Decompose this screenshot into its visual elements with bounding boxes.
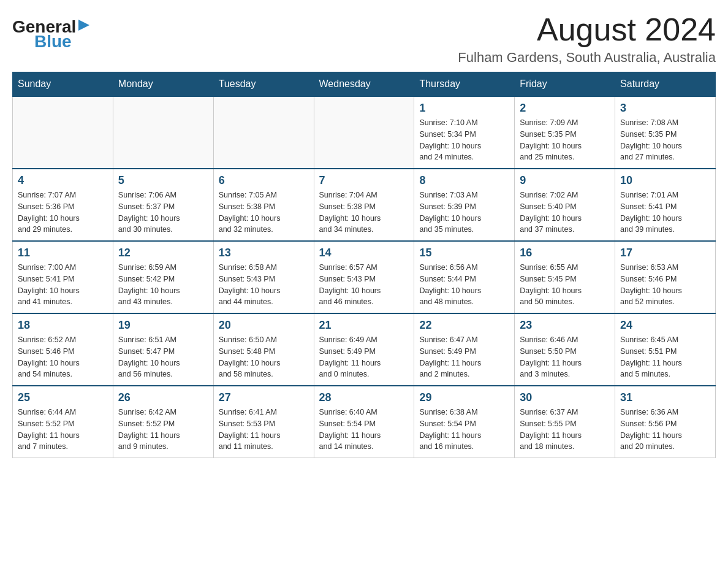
day-number: 16 bbox=[520, 247, 610, 259]
calendar-cell: 20Sunrise: 6:50 AM Sunset: 5:48 PM Dayli… bbox=[213, 313, 314, 386]
calendar-cell: 23Sunrise: 6:46 AM Sunset: 5:50 PM Dayli… bbox=[515, 313, 615, 386]
calendar-cell bbox=[113, 96, 213, 169]
day-info: Sunrise: 6:45 AM Sunset: 5:51 PM Dayligh… bbox=[620, 334, 710, 380]
day-info: Sunrise: 6:36 AM Sunset: 5:56 PM Dayligh… bbox=[620, 407, 710, 453]
calendar-header-row: SundayMondayTuesdayWednesdayThursdayFrid… bbox=[13, 72, 716, 97]
day-info: Sunrise: 6:44 AM Sunset: 5:52 PM Dayligh… bbox=[18, 407, 108, 453]
calendar-cell: 1Sunrise: 7:10 AM Sunset: 5:34 PM Daylig… bbox=[414, 96, 515, 169]
day-number: 24 bbox=[620, 319, 710, 332]
day-info: Sunrise: 6:46 AM Sunset: 5:50 PM Dayligh… bbox=[520, 334, 610, 380]
title-area: August 2024 Fulham Gardens, South Austra… bbox=[458, 12, 716, 66]
logo: General Blue bbox=[12, 18, 89, 50]
calendar-cell: 8Sunrise: 7:03 AM Sunset: 5:39 PM Daylig… bbox=[414, 169, 515, 241]
week-row-3: 11Sunrise: 7:00 AM Sunset: 5:41 PM Dayli… bbox=[13, 241, 716, 313]
day-number: 25 bbox=[18, 391, 108, 404]
week-row-4: 18Sunrise: 6:52 AM Sunset: 5:46 PM Dayli… bbox=[13, 313, 716, 386]
day-number: 1 bbox=[419, 102, 509, 115]
day-number: 20 bbox=[219, 319, 309, 332]
calendar-cell bbox=[13, 96, 113, 169]
week-row-1: 1Sunrise: 7:10 AM Sunset: 5:34 PM Daylig… bbox=[13, 96, 716, 169]
day-info: Sunrise: 6:51 AM Sunset: 5:47 PM Dayligh… bbox=[118, 334, 208, 380]
calendar-cell: 2Sunrise: 7:09 AM Sunset: 5:35 PM Daylig… bbox=[515, 96, 615, 169]
day-info: Sunrise: 7:04 AM Sunset: 5:38 PM Dayligh… bbox=[319, 190, 409, 236]
day-number: 31 bbox=[620, 391, 710, 404]
week-row-5: 25Sunrise: 6:44 AM Sunset: 5:52 PM Dayli… bbox=[13, 386, 716, 458]
day-info: Sunrise: 6:53 AM Sunset: 5:46 PM Dayligh… bbox=[620, 262, 710, 308]
calendar-cell: 12Sunrise: 6:59 AM Sunset: 5:42 PM Dayli… bbox=[113, 241, 213, 313]
day-number: 21 bbox=[319, 319, 409, 332]
day-number: 2 bbox=[520, 102, 610, 115]
calendar-header-monday: Monday bbox=[113, 72, 213, 97]
day-number: 15 bbox=[419, 247, 509, 259]
calendar-cell: 14Sunrise: 6:57 AM Sunset: 5:43 PM Dayli… bbox=[314, 241, 414, 313]
day-number: 4 bbox=[18, 174, 108, 187]
calendar-cell: 27Sunrise: 6:41 AM Sunset: 5:53 PM Dayli… bbox=[213, 386, 314, 458]
calendar-header-tuesday: Tuesday bbox=[213, 72, 314, 97]
calendar-cell: 16Sunrise: 6:55 AM Sunset: 5:45 PM Dayli… bbox=[515, 241, 615, 313]
day-info: Sunrise: 6:55 AM Sunset: 5:45 PM Dayligh… bbox=[520, 262, 610, 308]
day-info: Sunrise: 7:00 AM Sunset: 5:41 PM Dayligh… bbox=[18, 262, 108, 308]
calendar-cell: 6Sunrise: 7:05 AM Sunset: 5:38 PM Daylig… bbox=[213, 169, 314, 241]
day-info: Sunrise: 7:01 AM Sunset: 5:41 PM Dayligh… bbox=[620, 190, 710, 236]
day-number: 3 bbox=[620, 102, 710, 115]
calendar-cell: 7Sunrise: 7:04 AM Sunset: 5:38 PM Daylig… bbox=[314, 169, 414, 241]
svg-marker-0 bbox=[78, 20, 89, 31]
calendar-cell: 9Sunrise: 7:02 AM Sunset: 5:40 PM Daylig… bbox=[515, 169, 615, 241]
calendar-cell: 11Sunrise: 7:00 AM Sunset: 5:41 PM Dayli… bbox=[13, 241, 113, 313]
calendar-table: SundayMondayTuesdayWednesdayThursdayFrid… bbox=[12, 72, 716, 458]
day-info: Sunrise: 6:56 AM Sunset: 5:44 PM Dayligh… bbox=[419, 262, 509, 308]
subtitle: Fulham Gardens, South Australia, Austral… bbox=[458, 50, 716, 66]
logo-blue: Blue bbox=[34, 33, 72, 50]
day-info: Sunrise: 6:50 AM Sunset: 5:48 PM Dayligh… bbox=[219, 334, 309, 380]
calendar-cell: 30Sunrise: 6:37 AM Sunset: 5:55 PM Dayli… bbox=[515, 386, 615, 458]
calendar-cell: 10Sunrise: 7:01 AM Sunset: 5:41 PM Dayli… bbox=[615, 169, 716, 241]
calendar-header-saturday: Saturday bbox=[615, 72, 716, 97]
day-number: 14 bbox=[319, 247, 409, 259]
calendar-cell: 26Sunrise: 6:42 AM Sunset: 5:52 PM Dayli… bbox=[113, 386, 213, 458]
day-number: 8 bbox=[419, 174, 509, 187]
calendar-cell bbox=[213, 96, 314, 169]
calendar-cell: 24Sunrise: 6:45 AM Sunset: 5:51 PM Dayli… bbox=[615, 313, 716, 386]
calendar-cell: 15Sunrise: 6:56 AM Sunset: 5:44 PM Dayli… bbox=[414, 241, 515, 313]
main-title: August 2024 bbox=[458, 12, 716, 47]
calendar-cell: 25Sunrise: 6:44 AM Sunset: 5:52 PM Dayli… bbox=[13, 386, 113, 458]
day-number: 7 bbox=[319, 174, 409, 187]
day-info: Sunrise: 7:02 AM Sunset: 5:40 PM Dayligh… bbox=[520, 190, 610, 236]
day-info: Sunrise: 7:09 AM Sunset: 5:35 PM Dayligh… bbox=[520, 117, 610, 163]
calendar-cell: 4Sunrise: 7:07 AM Sunset: 5:36 PM Daylig… bbox=[13, 169, 113, 241]
day-info: Sunrise: 6:40 AM Sunset: 5:54 PM Dayligh… bbox=[319, 407, 409, 453]
day-info: Sunrise: 7:07 AM Sunset: 5:36 PM Dayligh… bbox=[18, 190, 108, 236]
day-number: 18 bbox=[18, 319, 108, 332]
calendar-header-sunday: Sunday bbox=[13, 72, 113, 97]
day-info: Sunrise: 6:49 AM Sunset: 5:49 PM Dayligh… bbox=[319, 334, 409, 380]
day-number: 6 bbox=[219, 174, 309, 187]
day-info: Sunrise: 6:52 AM Sunset: 5:46 PM Dayligh… bbox=[18, 334, 108, 380]
day-number: 12 bbox=[118, 247, 208, 259]
day-number: 13 bbox=[219, 247, 309, 259]
day-info: Sunrise: 6:57 AM Sunset: 5:43 PM Dayligh… bbox=[319, 262, 409, 308]
day-number: 26 bbox=[118, 391, 208, 404]
day-number: 29 bbox=[419, 391, 509, 404]
day-number: 17 bbox=[620, 247, 710, 259]
calendar-cell: 31Sunrise: 6:36 AM Sunset: 5:56 PM Dayli… bbox=[615, 386, 716, 458]
calendar-header-friday: Friday bbox=[515, 72, 615, 97]
day-info: Sunrise: 7:05 AM Sunset: 5:38 PM Dayligh… bbox=[219, 190, 309, 236]
day-number: 5 bbox=[118, 174, 208, 187]
day-number: 10 bbox=[620, 174, 710, 187]
day-number: 28 bbox=[319, 391, 409, 404]
day-info: Sunrise: 7:10 AM Sunset: 5:34 PM Dayligh… bbox=[419, 117, 509, 163]
calendar-cell: 5Sunrise: 7:06 AM Sunset: 5:37 PM Daylig… bbox=[113, 169, 213, 241]
day-info: Sunrise: 6:47 AM Sunset: 5:49 PM Dayligh… bbox=[419, 334, 509, 380]
week-row-2: 4Sunrise: 7:07 AM Sunset: 5:36 PM Daylig… bbox=[13, 169, 716, 241]
day-info: Sunrise: 6:38 AM Sunset: 5:54 PM Dayligh… bbox=[419, 407, 509, 453]
day-number: 9 bbox=[520, 174, 610, 187]
day-number: 30 bbox=[520, 391, 610, 404]
day-info: Sunrise: 6:58 AM Sunset: 5:43 PM Dayligh… bbox=[219, 262, 309, 308]
calendar-cell: 17Sunrise: 6:53 AM Sunset: 5:46 PM Dayli… bbox=[615, 241, 716, 313]
calendar-cell: 29Sunrise: 6:38 AM Sunset: 5:54 PM Dayli… bbox=[414, 386, 515, 458]
calendar-cell: 19Sunrise: 6:51 AM Sunset: 5:47 PM Dayli… bbox=[113, 313, 213, 386]
day-number: 23 bbox=[520, 319, 610, 332]
day-number: 22 bbox=[419, 319, 509, 332]
calendar-cell bbox=[314, 96, 414, 169]
day-info: Sunrise: 6:42 AM Sunset: 5:52 PM Dayligh… bbox=[118, 407, 208, 453]
